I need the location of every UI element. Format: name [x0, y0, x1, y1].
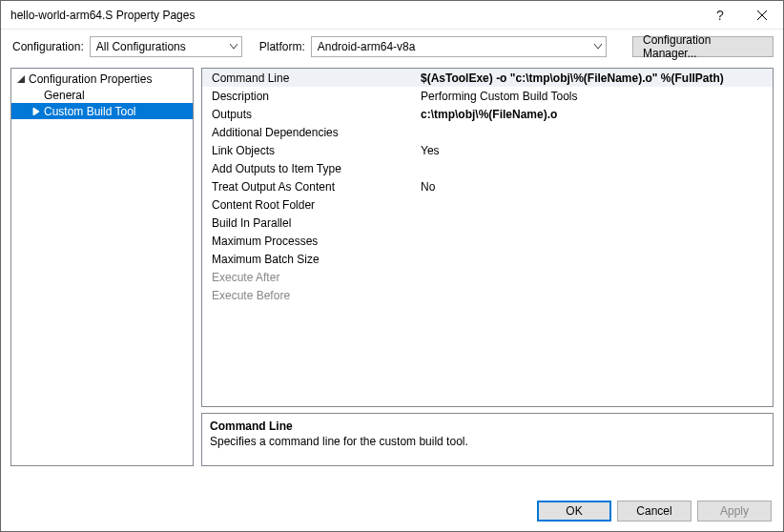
grid-row[interactable]: Execute After	[202, 268, 773, 286]
footer: OK Cancel Apply	[1, 491, 783, 531]
property-grid[interactable]: Command Line$(AsToolExe) -o "c:\tmp\obj\…	[201, 68, 774, 407]
grid-row[interactable]: Add Outputs to Item Type	[202, 159, 773, 177]
grid-row[interactable]: Treat Output As ContentNo	[202, 177, 773, 195]
grid-row[interactable]: Command Line$(AsToolExe) -o "c:\tmp\obj\…	[202, 69, 773, 87]
grid-row[interactable]: DescriptionPerforming Custom Build Tools	[202, 87, 773, 105]
grid-row[interactable]: Maximum Processes	[202, 232, 773, 250]
grid-row[interactable]: Build In Parallel	[202, 214, 773, 232]
configuration-value: All Configurations	[91, 40, 226, 53]
configuration-manager-button[interactable]: Configuration Manager...	[632, 36, 774, 57]
description-panel: Command Line Specifies a command line fo…	[201, 413, 774, 466]
grid-label: Command Line	[202, 72, 417, 85]
description-title: Command Line	[210, 419, 765, 433]
grid-label: Description	[202, 90, 417, 103]
apply-button[interactable]: Apply	[697, 501, 772, 522]
grid-value[interactable]: c:\tmp\obj\%(FileName).o	[417, 108, 773, 121]
close-button[interactable]	[741, 1, 783, 29]
grid-label: Link Objects	[202, 144, 417, 157]
cancel-button[interactable]: Cancel	[617, 501, 691, 522]
grid-label: Build In Parallel	[202, 216, 417, 230]
grid-label: Additional Dependencies	[202, 126, 417, 139]
toolbar: Configuration: All Configurations Platfo…	[1, 30, 783, 58]
grid-row[interactable]: Maximum Batch Size	[202, 250, 773, 268]
ok-button[interactable]: OK	[537, 501, 611, 522]
grid-label: Add Outputs to Item Type	[202, 162, 417, 175]
grid-row[interactable]: Execute Before	[202, 286, 773, 304]
window-title: hello-world-arm64.S Property Pages	[10, 9, 699, 22]
grid-row[interactable]: Outputsc:\tmp\obj\%(FileName).o	[202, 105, 773, 123]
chevron-down-icon	[226, 44, 241, 50]
tree-item-custom-build-tool[interactable]: Custom Build Tool	[11, 103, 193, 119]
grid-label: Maximum Processes	[202, 235, 417, 248]
grid-value[interactable]: Performing Custom Build Tools	[417, 90, 773, 103]
grid-label: Execute Before	[202, 289, 417, 302]
description-text: Specifies a command line for the custom …	[210, 435, 765, 448]
tree-item-general[interactable]: General	[11, 87, 193, 103]
grid-value[interactable]: $(AsToolExe) -o "c:\tmp\obj\%(FileName).…	[417, 72, 773, 85]
grid-row[interactable]: Content Root Folder	[202, 195, 773, 214]
platform-value: Android-arm64-v8a	[312, 40, 590, 53]
platform-combo[interactable]: Android-arm64-v8a	[311, 36, 607, 57]
help-button[interactable]: ?	[699, 1, 741, 29]
grid-row[interactable]: Additional Dependencies	[202, 123, 773, 141]
grid-row[interactable]: Link ObjectsYes	[202, 141, 773, 159]
grid-label: Execute After	[202, 271, 417, 284]
grid-label: Treat Output As Content	[202, 180, 417, 194]
grid-label: Content Root Folder	[202, 198, 417, 212]
grid-label: Outputs	[202, 108, 417, 121]
platform-label: Platform:	[259, 40, 305, 53]
configuration-label: Configuration:	[12, 40, 84, 53]
chevron-down-icon	[590, 44, 606, 50]
grid-label: Maximum Batch Size	[202, 253, 417, 266]
tree-root[interactable]: Configuration Properties	[11, 71, 193, 87]
configuration-combo[interactable]: All Configurations	[90, 36, 242, 57]
tree-panel[interactable]: Configuration Properties General Custom …	[10, 68, 194, 466]
grid-value[interactable]: No	[417, 180, 773, 194]
titlebar: hello-world-arm64.S Property Pages ?	[1, 1, 783, 30]
grid-value[interactable]: Yes	[417, 144, 773, 157]
